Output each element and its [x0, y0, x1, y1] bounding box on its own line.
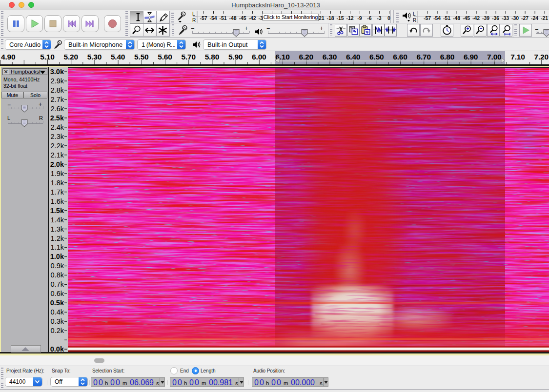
svg-text:-9: -9 — [357, 15, 362, 21]
svg-text:-36: -36 — [492, 15, 499, 21]
svg-text:2.7k: 2.7k — [51, 96, 64, 103]
svg-text:0.4k: 0.4k — [51, 308, 64, 316]
svg-text:1.9k: 1.9k — [51, 170, 64, 177]
svg-text:-42: -42 — [472, 15, 480, 21]
svg-text:0.5k: 0.5k — [50, 299, 64, 307]
svg-text:0.3k: 0.3k — [51, 317, 64, 325]
svg-text:1.0k: 1.0k — [50, 253, 64, 260]
svg-text:0.2k: 0.2k — [51, 327, 64, 334]
svg-text:1.7k: 1.7k — [51, 188, 64, 196]
svg-text:1.8k: 1.8k — [51, 179, 64, 187]
svg-text:-54: -54 — [209, 15, 217, 21]
svg-text:-33: -33 — [502, 15, 509, 21]
svg-text:-12: -12 — [346, 15, 353, 21]
svg-text:2.6k: 2.6k — [51, 105, 64, 113]
svg-text:-30: -30 — [511, 15, 519, 21]
svg-text:0: 0 — [387, 15, 390, 21]
svg-text:-39: -39 — [482, 15, 489, 21]
svg-text:-24: -24 — [531, 15, 538, 21]
svg-text:1.3k: 1.3k — [51, 225, 64, 233]
svg-text:1.5k: 1.5k — [50, 207, 64, 215]
svg-text:2.2k: 2.2k — [51, 142, 64, 150]
svg-text:2.8k: 2.8k — [51, 86, 64, 94]
svg-text:2.5k: 2.5k — [50, 114, 64, 122]
svg-text:2.4k: 2.4k — [51, 123, 64, 131]
svg-text:2.0k: 2.0k — [50, 160, 64, 168]
svg-text:3.0k: 3.0k — [50, 68, 64, 76]
svg-text:2.3k: 2.3k — [51, 133, 64, 140]
svg-text:0.9k: 0.9k — [51, 262, 64, 270]
svg-text:-48: -48 — [229, 15, 236, 21]
svg-text:-3: -3 — [377, 15, 381, 21]
svg-text:2.9k: 2.9k — [51, 77, 64, 85]
svg-text:-45: -45 — [239, 15, 246, 21]
svg-text:2.1k: 2.1k — [51, 151, 64, 159]
svg-text:-48: -48 — [453, 15, 460, 21]
svg-text:-51: -51 — [219, 15, 226, 21]
svg-text:1.4k: 1.4k — [51, 216, 64, 224]
svg-text:-42: -42 — [248, 15, 256, 21]
svg-text:0.0k: 0.0k — [50, 345, 64, 352]
svg-text:1.1k: 1.1k — [51, 243, 64, 251]
svg-text:-57: -57 — [424, 15, 431, 21]
svg-text:-18: -18 — [326, 15, 334, 21]
svg-text:0.8k: 0.8k — [51, 271, 64, 279]
svg-text:-15: -15 — [336, 15, 344, 21]
svg-text:-6: -6 — [367, 15, 371, 21]
svg-text:0.6k: 0.6k — [51, 290, 64, 297]
svg-text:-51: -51 — [443, 15, 450, 21]
svg-text:-57: -57 — [200, 15, 207, 21]
svg-text:-45: -45 — [463, 15, 470, 21]
svg-text:-21: -21 — [541, 15, 548, 21]
svg-text:0.7k: 0.7k — [51, 280, 64, 288]
svg-text:-27: -27 — [521, 15, 529, 21]
svg-text:1.6k: 1.6k — [51, 197, 64, 205]
svg-text:1.2k: 1.2k — [51, 235, 64, 242]
svg-text:-54: -54 — [433, 15, 441, 21]
